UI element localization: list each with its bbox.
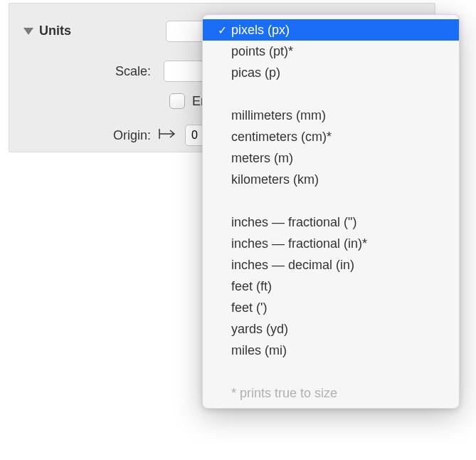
scale-label: Scale: [80, 64, 151, 79]
origin-label: Origin: [71, 128, 151, 143]
disclosure-triangle-icon[interactable] [23, 28, 33, 35]
menu-item-label: feet (') [231, 300, 449, 315]
menu-item-label: yards (yd) [231, 322, 449, 337]
menu-separator [203, 83, 459, 105]
scale-row: Scale: [80, 61, 206, 82]
enforce-checkbox[interactable] [169, 93, 185, 109]
menu-separator [203, 190, 459, 211]
checkmark-icon: ✓ [213, 23, 231, 37]
section-title: Units [39, 23, 71, 38]
menu-item-inches-frac-in[interactable]: inches — fractional (in)* [203, 233, 459, 254]
origin-arrow-icon [158, 127, 178, 144]
menu-item-label: inches — decimal (in) [231, 258, 449, 273]
menu-item-label: centimeters (cm)* [231, 130, 449, 145]
menu-separator [203, 361, 459, 382]
menu-item-centimeters[interactable]: centimeters (cm)* [203, 126, 459, 147]
menu-item-inches-frac-quote[interactable]: inches — fractional (") [203, 211, 459, 233]
menu-item-label: inches — fractional (") [231, 215, 449, 230]
origin-row: Origin: [71, 125, 206, 146]
section-header[interactable]: Units [23, 23, 71, 38]
menu-item-label: pixels (px) [231, 23, 449, 38]
menu-item-label: miles (mi) [231, 343, 449, 358]
menu-item-inches-decimal[interactable]: inches — decimal (in) [203, 254, 459, 276]
menu-item-label: inches — fractional (in)* [231, 236, 449, 251]
menu-item-feet-quote[interactable]: feet (') [203, 297, 459, 318]
units-dropdown-menu: ✓ pixels (px) points (pt)* picas (p) mil… [202, 14, 460, 409]
menu-item-label: picas (p) [231, 66, 449, 80]
menu-item-feet-ft[interactable]: feet (ft) [203, 276, 459, 297]
scale-input[interactable] [164, 61, 206, 82]
menu-item-label: kilometers (km) [231, 172, 449, 187]
menu-footnote: * prints true to size [203, 382, 459, 404]
menu-item-miles[interactable]: miles (mi) [203, 340, 459, 361]
menu-item-label: meters (m) [231, 151, 449, 166]
menu-item-pixels[interactable]: ✓ pixels (px) [203, 19, 459, 41]
menu-item-millimeters[interactable]: millimeters (mm) [203, 105, 459, 126]
menu-item-picas[interactable]: picas (p) [203, 62, 459, 83]
menu-item-label: points (pt)* [231, 44, 449, 59]
menu-item-label: millimeters (mm) [231, 108, 449, 123]
menu-item-label: feet (ft) [231, 279, 449, 294]
menu-item-meters[interactable]: meters (m) [203, 147, 459, 169]
menu-item-points[interactable]: points (pt)* [203, 41, 459, 62]
menu-item-kilometers[interactable]: kilometers (km) [203, 169, 459, 190]
menu-item-yards[interactable]: yards (yd) [203, 318, 459, 340]
